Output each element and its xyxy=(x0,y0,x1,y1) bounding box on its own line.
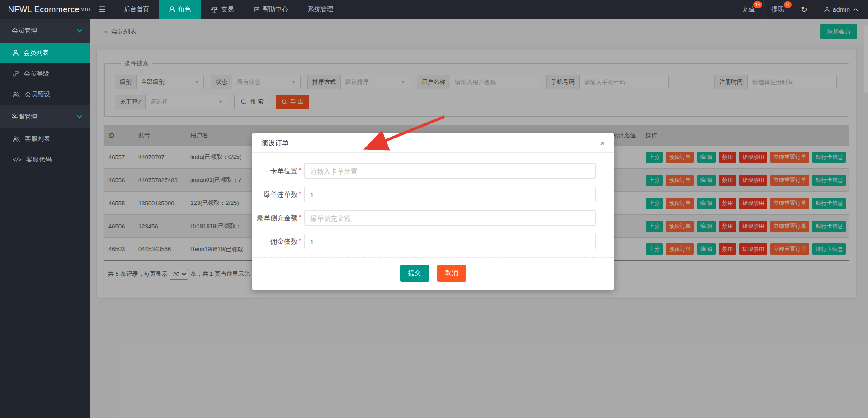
sidebar-item-service-list[interactable]: 客服列表 xyxy=(0,128,90,149)
sidebar-group-label: 会员管理 xyxy=(12,27,37,35)
chevron-up-icon xyxy=(853,8,858,11)
app-root: NFWL EcommerceV10 ☰ 后台首页 角色 交易 帮助中心 系统管理… xyxy=(0,0,868,418)
code-icon: </> xyxy=(13,157,21,163)
sidebar: 会员管理 会员列表 会员等级 会员预设 客服管理 客服列表 xyxy=(0,19,90,418)
nav-item-label: 帮助中心 xyxy=(263,5,288,14)
top-navbar: NFWL EcommerceV10 ☰ 后台首页 角色 交易 帮助中心 系统管理… xyxy=(0,0,868,19)
recharge-badge: 14 xyxy=(753,1,762,8)
link-icon xyxy=(13,71,19,77)
withdraw-badge: 0 xyxy=(784,1,792,8)
nav-right-group: 充值 14 提现 0 ↻ admin xyxy=(734,0,868,19)
sidebar-group-label: 客服管理 xyxy=(12,113,37,121)
close-icon[interactable]: × xyxy=(600,139,605,147)
sidebar-item-member-list[interactable]: 会员列表 xyxy=(0,43,90,63)
person-icon xyxy=(13,50,19,56)
recharge-label: 充值 xyxy=(742,5,755,14)
field-label: 爆单侧充金额 xyxy=(252,214,297,223)
brand-version: V10 xyxy=(81,7,90,12)
modal-title: 预设订单 xyxy=(261,139,288,147)
chevron-down-icon xyxy=(77,115,82,119)
sidebar-group-service-mgmt[interactable]: 客服管理 xyxy=(0,105,90,128)
content-area: » 会员列表 添加会员 条件搜索 级别 全部级别▼ 状态 所有状态▼ xyxy=(90,19,868,418)
sidebar-group-member-mgmt[interactable]: 会员管理 xyxy=(0,19,90,43)
required-asterisk: * xyxy=(299,237,303,244)
modal-body: 卡单位置 * 爆单连单数 * 爆单侧充金额 * xyxy=(252,153,614,249)
withdraw-button[interactable]: 提现 0 xyxy=(763,0,793,19)
field-burst-count: 爆单连单数 * xyxy=(252,187,614,202)
chevron-down-icon xyxy=(77,29,82,33)
withdraw-label: 提现 xyxy=(772,5,784,14)
required-asterisk: * xyxy=(299,214,303,220)
username-text: admin xyxy=(833,6,850,13)
nav-item-system[interactable]: 系统管理 xyxy=(298,0,343,19)
field-commission-multiple: 佣金倍数 * xyxy=(252,234,614,249)
users-icon xyxy=(13,92,20,98)
scales-icon xyxy=(211,6,218,13)
sidebar-item-member-level[interactable]: 会员等级 xyxy=(0,63,90,84)
nav-item-roles[interactable]: 角色 xyxy=(159,0,201,19)
burst-amount-input[interactable] xyxy=(304,210,596,226)
sidebar-item-label: 客服代码 xyxy=(26,156,52,164)
burst-count-input[interactable] xyxy=(304,187,596,202)
modal-header: 预设订单 × xyxy=(252,133,614,153)
required-asterisk: * xyxy=(299,190,303,197)
nav-item-label: 交易 xyxy=(221,5,234,14)
card-position-input[interactable] xyxy=(304,163,596,179)
nav-item-dashboard[interactable]: 后台首页 xyxy=(114,0,159,19)
person-icon xyxy=(824,7,830,13)
sidebar-item-label: 会员等级 xyxy=(24,70,49,78)
required-asterisk: * xyxy=(299,166,303,173)
modal-separator xyxy=(252,257,614,258)
commission-multiple-input[interactable] xyxy=(304,234,596,249)
nav-item-help[interactable]: 帮助中心 xyxy=(244,0,298,19)
field-burst-amount: 爆单侧充金额 * xyxy=(252,210,614,226)
sidebar-item-member-preset[interactable]: 会员预设 xyxy=(0,84,90,105)
flag-icon xyxy=(254,6,259,13)
brand-text: NFWL Ecommerce xyxy=(8,5,80,14)
preset-order-modal: 预设订单 × 卡单位置 * 爆单连单数 * 爆单侧充金额 xyxy=(252,133,614,290)
nav-item-label: 角色 xyxy=(178,5,191,14)
recharge-button[interactable]: 充值 14 xyxy=(734,0,763,19)
nav-item-trade[interactable]: 交易 xyxy=(201,0,244,19)
hamburger-menu-icon[interactable]: ☰ xyxy=(90,0,114,19)
sidebar-item-service-code[interactable]: </> 客服代码 xyxy=(0,149,90,170)
users-icon xyxy=(13,136,20,142)
field-label: 爆单连单数 xyxy=(252,190,297,199)
person-icon xyxy=(169,6,175,13)
field-label: 卡单位置 xyxy=(252,167,297,176)
submit-button[interactable]: 提交 xyxy=(400,265,429,282)
modal-footer: 提交 取消 xyxy=(252,265,614,282)
refresh-button[interactable]: ↻ xyxy=(793,0,816,19)
cancel-button[interactable]: 取消 xyxy=(437,265,466,282)
nav-item-label: 系统管理 xyxy=(308,5,333,14)
sidebar-item-label: 会员预设 xyxy=(25,90,50,99)
user-menu[interactable]: admin xyxy=(816,0,868,19)
sidebar-item-label: 客服列表 xyxy=(25,135,50,143)
brand-logo: NFWL EcommerceV10 xyxy=(0,0,90,19)
field-card-position: 卡单位置 * xyxy=(252,163,614,179)
field-label: 佣金倍数 xyxy=(252,238,297,246)
nav-item-label: 后台首页 xyxy=(124,5,149,14)
sidebar-item-label: 会员列表 xyxy=(24,49,49,57)
nav-spacer xyxy=(343,0,734,19)
